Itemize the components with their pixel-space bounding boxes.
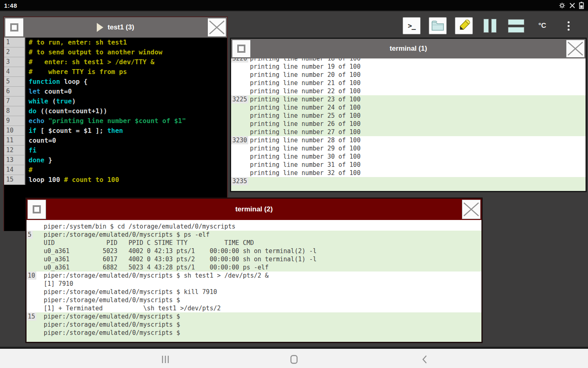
- terminal2-title: terminal (2): [47, 199, 461, 220]
- gutter: 3230: [231, 136, 250, 144]
- code-token: if: [29, 127, 36, 135]
- test1-titlebar[interactable]: test1 (3): [4, 17, 227, 38]
- new-terminal-button[interactable]: >_: [403, 17, 421, 34]
- maximize-icon: [33, 205, 41, 213]
- line-number: 15: [4, 175, 25, 185]
- gutter: [231, 120, 250, 128]
- test1-maximize-button[interactable]: [5, 18, 24, 37]
- horizontal-panes-icon: [508, 19, 524, 33]
- data-saver-icon: [559, 2, 566, 9]
- run-script-icon[interactable]: [97, 23, 103, 32]
- terminal-output-row: printing line number 31 of 100: [231, 161, 586, 169]
- code-text: # to run, enter: sh test1: [25, 38, 127, 47]
- code-token: [ $count = $1 ];: [36, 127, 107, 135]
- terminal-output-row: printing line number 20 of 100: [231, 71, 586, 79]
- gutter: [27, 239, 44, 247]
- gutter: 3225: [231, 95, 250, 103]
- output-text: printing line number 18 of 100: [250, 58, 361, 63]
- tile-windows-horizontal-button[interactable]: [507, 17, 525, 34]
- line-number: 3: [4, 57, 25, 67]
- gutter: [231, 128, 250, 136]
- code-text: while (true): [25, 96, 76, 106]
- window-title-text: terminal (2): [235, 205, 273, 213]
- output-text: printing line number 26 of 100: [250, 120, 361, 128]
- window-title-text: test1 (3): [107, 23, 134, 31]
- overflow-menu-button[interactable]: [559, 17, 577, 34]
- vertical-panes-icon: [483, 19, 497, 33]
- code-token: # to run, enter: sh test1: [29, 38, 127, 46]
- gutter: 5: [27, 231, 44, 239]
- home-button[interactable]: [286, 352, 302, 367]
- terminal1-close-button[interactable]: [566, 40, 585, 58]
- line-number: 12: [4, 146, 25, 155]
- output-text: printing line number 30 of 100: [250, 153, 361, 161]
- back-button[interactable]: [416, 352, 433, 367]
- terminal2-close-button[interactable]: [462, 200, 481, 219]
- code-token: }: [45, 156, 52, 164]
- editor-code-line: 10if [ $count = $1 ]; then: [4, 126, 227, 136]
- test1-title: test1 (3): [24, 17, 207, 38]
- temperature-indicator[interactable]: °C: [533, 17, 551, 34]
- code-token: while: [29, 97, 48, 105]
- terminal-output-row: 3235: [231, 177, 586, 191]
- terminal2-maximize-button[interactable]: [27, 200, 46, 219]
- gutter: 10: [27, 272, 44, 280]
- code-token: done: [29, 156, 45, 164]
- code-text: #: [25, 165, 33, 175]
- output-text: piper:/system/bin $ cd /storage/emulated…: [44, 222, 236, 231]
- code-text: do ((count=count+1)): [25, 106, 107, 116]
- line-number: 3230: [231, 136, 248, 144]
- code-token: (: [48, 97, 56, 105]
- close-icon: [209, 20, 225, 35]
- terminal1-titlebar[interactable]: terminal (1): [231, 39, 586, 58]
- terminal2-screen[interactable]: piper:/system/bin $ cd /storage/emulated…: [27, 220, 481, 342]
- terminal1-screen[interactable]: 3220printing line number 18 of 100printi…: [231, 58, 586, 191]
- code-token: true: [56, 97, 72, 105]
- terminal-output-row: 3225printing line number 23 of 100: [231, 95, 586, 103]
- folder-icon: [431, 20, 444, 31]
- recents-button[interactable]: [157, 352, 174, 367]
- status-bar: 1:48: [0, 0, 588, 11]
- editor-code-line: 2# to send output to another window: [4, 47, 227, 57]
- editor-code-line: 4# where TTY is from ps: [4, 67, 227, 77]
- terminal-output-row: printing line number 29 of 100: [231, 144, 586, 153]
- line-number: 7: [4, 96, 25, 106]
- output-text: printing line number 23 of 100: [250, 95, 361, 103]
- terminal-output-row: 15piper:/storage/emulated/0/myscripts $: [27, 312, 481, 321]
- tile-windows-vertical-button[interactable]: [481, 17, 499, 34]
- terminal2-titlebar[interactable]: terminal (2): [27, 199, 481, 220]
- terminal-output-row: [1] + Terminated \sh test1 >/dev/pts/2: [27, 304, 481, 312]
- editor-code-line: 13done }: [4, 155, 227, 165]
- terminal-output-row: 3220printing line number 18 of 100: [231, 58, 586, 63]
- gutter: [231, 71, 250, 79]
- app-toolbar: >_ °C: [403, 17, 577, 34]
- edit-script-button[interactable]: [455, 17, 473, 34]
- file-browser-button[interactable]: [429, 17, 447, 34]
- terminal-output-row: printing line number 25 of 100: [231, 112, 586, 120]
- gutter: [27, 255, 44, 263]
- line-number: 15: [27, 312, 36, 321]
- output-text: piper:/storage/emulated/0/myscripts $: [44, 329, 180, 342]
- output-text: printing line number 22 of 100: [250, 87, 361, 95]
- output-text: u0_a361 5023 4002 0 42:13 pts/1 00:00:00…: [44, 247, 316, 255]
- gutter: [27, 321, 44, 329]
- code-text: # enter: sh test1 > /dev/TTY &: [25, 57, 154, 67]
- code-text: if [ $count = $1 ]; then: [25, 126, 123, 136]
- terminal-output-row: [1] 7910: [27, 280, 481, 288]
- line-number: 3225: [231, 95, 248, 103]
- gutter: [27, 247, 44, 255]
- editor-code-line: 11count=0: [4, 136, 227, 146]
- terminal-output-row: printing line number 21 of 100: [231, 79, 586, 87]
- line-number: 9: [4, 116, 25, 126]
- code-token: echo: [29, 117, 45, 125]
- gutter: 3220: [231, 58, 250, 63]
- test1-close-button[interactable]: [207, 18, 226, 37]
- terminal1-title: terminal (1): [252, 39, 565, 58]
- terminal-output-row: piper:/storage/emulated/0/myscripts $: [27, 296, 481, 304]
- line-number: 5: [4, 77, 25, 87]
- terminal-output-row: piper:/storage/emulated/0/myscripts $: [27, 329, 481, 342]
- terminal1-maximize-button[interactable]: [232, 40, 251, 58]
- editor-code-line: 1# to run, enter: sh test1: [4, 38, 227, 47]
- battery-icon: [579, 2, 584, 9]
- gutter: [231, 112, 250, 120]
